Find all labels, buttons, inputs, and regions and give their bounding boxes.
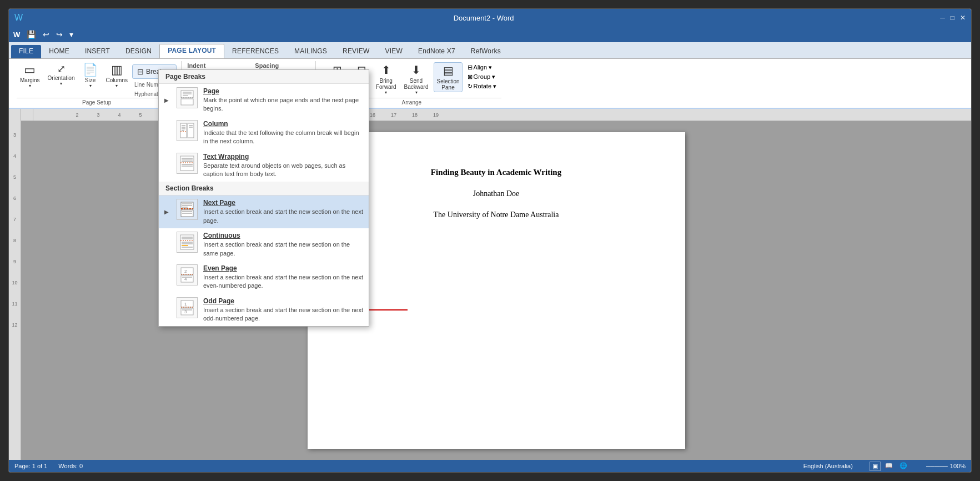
h-ruler-mark: 3 xyxy=(88,112,109,118)
evenpage-break-desc: Insert a section break and start the new… xyxy=(203,273,363,290)
orientation-icon: ⤢ xyxy=(57,64,66,74)
tab-view[interactable]: VIEW xyxy=(378,45,410,58)
continuous-break-name: Continuous xyxy=(203,232,363,239)
continuous-break-desc: Insert a section break and start the new… xyxy=(203,240,363,258)
v-ruler-mark: 11 xyxy=(9,293,21,314)
language-indicator: English (Australia) xyxy=(803,463,853,469)
dropdown-item-continuous[interactable]: ▶ xyxy=(159,228,369,261)
nextpage-break-icon xyxy=(177,199,198,220)
redo-qa-btn[interactable]: ↪ xyxy=(54,29,65,40)
customize-qa-btn[interactable]: ▾ xyxy=(67,29,76,40)
continuous-break-icon xyxy=(177,232,198,253)
selection-pane-icon: ▤ xyxy=(443,64,454,77)
margins-btn[interactable]: ▭ Margins ▾ xyxy=(17,62,43,90)
h-ruler-mark: 2 xyxy=(67,112,88,118)
evenpage-break-spacer: ▶ xyxy=(164,274,169,280)
send-backward-icon: ⬇ xyxy=(411,63,421,77)
tab-design[interactable]: DESIGN xyxy=(118,45,159,58)
print-layout-btn[interactable]: ▣ xyxy=(870,462,881,471)
h-ruler-mark: 4 xyxy=(109,112,130,118)
dropdown-item-oddpage[interactable]: ▶ 1 3 Odd Page xyxy=(159,294,369,327)
rotate-icon: ↻ xyxy=(468,83,473,90)
textwrap-break-spacer: ▶ xyxy=(164,162,169,168)
group-icon: ⊠ xyxy=(468,73,473,81)
indent-label: Indent xyxy=(187,62,238,69)
page-setup-label: Page Setup xyxy=(17,98,177,106)
column-break-name: Column xyxy=(203,121,363,128)
tab-insert[interactable]: INSERT xyxy=(77,45,118,58)
ribbon-content: ▭ Margins ▾ ⤢ Orientation ▾ 📄 Size ▾ ▥ C… xyxy=(9,59,971,109)
h-ruler-mark: 18 xyxy=(404,112,425,118)
oddpage-break-spacer: ▶ xyxy=(164,307,169,313)
textwrap-break-name: Text Wrapping xyxy=(203,153,363,161)
tab-pagelayout[interactable]: PAGE LAYOUT xyxy=(159,44,224,58)
svg-rect-42 xyxy=(181,275,193,282)
tab-file[interactable]: FILE xyxy=(11,45,41,58)
document-scroll[interactable]: Finding Beauty in Academic Writing Johna… xyxy=(21,121,971,460)
bring-forward-btn[interactable]: ⬆ Bring Forward ▾ xyxy=(374,62,399,96)
orientation-btn[interactable]: ⤢ Orientation ▾ xyxy=(44,62,78,88)
dropdown-item-textwrapping[interactable]: ▶ xyxy=(159,149,369,182)
word-count: Words: 0 xyxy=(58,463,83,469)
save-qa-btn[interactable]: 💾 xyxy=(24,29,38,40)
tab-review[interactable]: REVIEW xyxy=(335,45,378,58)
status-bar: Page: 1 of 1 Words: 0 English (Australia… xyxy=(9,460,971,472)
word-icon: W xyxy=(13,31,20,39)
spacing-label: Spacing xyxy=(255,62,311,69)
tab-endnote[interactable]: EndNote X7 xyxy=(410,45,463,58)
h-ruler-mark: 17 xyxy=(383,112,404,118)
svg-rect-48 xyxy=(181,308,193,315)
zoom-slider[interactable]: ───── 100% xyxy=(926,463,966,469)
column-break-icon xyxy=(177,121,198,141)
send-backward-btn[interactable]: ⬇ Send Backward ▾ xyxy=(402,62,431,96)
h-ruler-mark: 19 xyxy=(425,112,446,118)
read-mode-btn[interactable]: 📖 xyxy=(883,462,895,471)
margins-icon: ▭ xyxy=(24,64,36,76)
align-btn[interactable]: ⊟ Align ▾ xyxy=(466,63,498,72)
tab-home[interactable]: HOME xyxy=(41,45,77,58)
columns-btn[interactable]: ▥ Columns ▾ xyxy=(103,62,131,90)
minimize-btn[interactable]: ─ xyxy=(940,14,945,22)
title-bar-text: Document2 - Word xyxy=(27,14,940,22)
close-btn[interactable]: ✕ xyxy=(960,14,966,22)
evenpage-break-name: Even Page xyxy=(203,264,363,272)
v-ruler-mark: 4 xyxy=(9,146,21,167)
oddpage-break-name: Odd Page xyxy=(203,297,363,305)
section-breaks-header: Section Breaks xyxy=(159,182,369,196)
undo-qa-btn[interactable]: ↩ xyxy=(41,29,52,40)
tab-refworks[interactable]: RefWorks xyxy=(463,45,509,58)
document-area: 2 3 4 5 6 7 8 9 10 11 12 13 14 15 16 17 xyxy=(21,109,971,460)
oddpage-break-icon: 1 3 xyxy=(177,297,198,318)
web-layout-btn[interactable]: 🌐 xyxy=(897,462,909,471)
evenpage-break-icon: 2 4 xyxy=(177,264,198,285)
textwrap-break-desc: Separate text around objects on web page… xyxy=(203,162,363,179)
svg-text:1: 1 xyxy=(184,302,187,307)
v-ruler-mark: 6 xyxy=(9,188,21,209)
dropdown-item-nextpage[interactable]: ▶ xyxy=(159,196,369,228)
continuous-break-spacer: ▶ xyxy=(164,242,169,248)
dropdown-item-evenpage[interactable]: ▶ 2 4 Even Page xyxy=(159,261,369,294)
rotate-btn[interactable]: ↻ Rotate ▾ xyxy=(466,82,498,91)
column-break-spacer: ▶ xyxy=(164,130,169,136)
v-ruler-mark: 9 xyxy=(9,251,21,272)
nextpage-break-name: Next Page xyxy=(203,199,363,207)
doc-institution: The University of Notre Dame Australia xyxy=(352,209,641,221)
size-icon: 📄 xyxy=(83,64,98,76)
v-ruler-mark: 3 xyxy=(9,124,21,146)
view-mode-btns[interactable]: ▣ 📖 🌐 xyxy=(870,462,909,471)
tab-references[interactable]: REFERENCES xyxy=(224,45,287,58)
tab-mailings[interactable]: MAILINGS xyxy=(287,45,335,58)
selection-pane-btn[interactable]: ▤ Selection Pane xyxy=(434,62,462,92)
textwrap-break-icon xyxy=(177,153,198,174)
group-page-setup: ▭ Margins ▾ ⤢ Orientation ▾ 📄 Size ▾ ▥ C… xyxy=(12,61,182,107)
v-ruler-mark: 12 xyxy=(9,314,21,335)
align-icon: ⊟ xyxy=(468,64,473,71)
doc-author: Johnathan Doe xyxy=(352,188,641,200)
page-info: Page: 1 of 1 xyxy=(14,463,47,469)
dropdown-item-column[interactable]: ▶ xyxy=(159,121,369,149)
size-btn[interactable]: 📄 Size ▾ xyxy=(79,62,102,90)
oddpage-break-desc: Insert a section break and start the new… xyxy=(203,306,363,323)
group-btn[interactable]: ⊠ Group ▾ xyxy=(466,73,498,81)
svg-rect-45 xyxy=(181,300,193,307)
maximize-btn[interactable]: □ xyxy=(951,14,954,22)
